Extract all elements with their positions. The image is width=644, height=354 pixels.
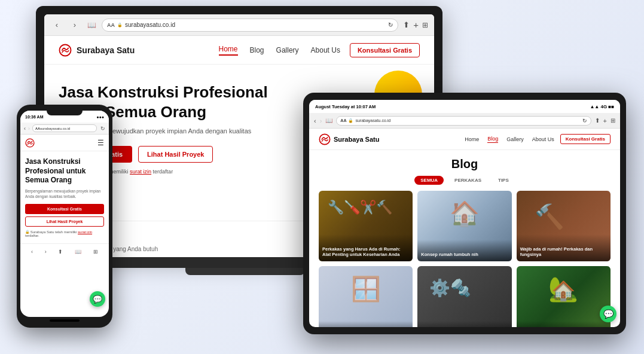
tablet-bookmarks[interactable]: 📖 <box>325 117 332 124</box>
tablet-nav-gallery[interactable]: Gallery <box>506 136 524 142</box>
tablet-nav-home[interactable]: Home <box>465 136 479 142</box>
share-icon[interactable]: ⬆ <box>403 20 410 29</box>
nav-blog[interactable]: Blog <box>250 46 264 54</box>
phone-reload[interactable]: ↻ <box>100 126 105 132</box>
lock-icon: 🔒 <box>117 23 123 28</box>
phone-bottom-bookmarks[interactable]: 📖 <box>75 249 81 255</box>
phone-hero-title: Jasa Konstruksi Profesional untuk Semua … <box>25 157 104 185</box>
blog-card-1[interactable]: Perkakas yang Harus Ada di Rumah: Alat P… <box>319 191 413 261</box>
phone-outline-btn[interactable]: Lihat Hasil Proyek <box>25 216 104 227</box>
tabs-icon[interactable]: ⊞ <box>422 21 428 29</box>
filter-semua[interactable]: SEMUA <box>414 176 444 185</box>
logo-icon <box>59 44 72 57</box>
phone-bottom-tabs[interactable]: ⊞ <box>93 249 98 255</box>
tablet-tabs[interactable]: ⊞ <box>611 117 615 124</box>
aa-label: AA <box>107 22 115 28</box>
tablet-screen: August Tuesday at 10:07 AM ▲▲ 4G ■■ ‹ › … <box>309 100 620 327</box>
tablet-logo: Surabaya Satu <box>319 133 379 145</box>
site-logo-text: Surabaya Satu <box>77 45 135 55</box>
phone-bottom-forward[interactable]: › <box>45 249 47 255</box>
add-tab-icon[interactable]: + <box>413 20 419 30</box>
tablet-nav-about[interactable]: About Us <box>532 136 554 142</box>
blog-card-overlay-4 <box>319 321 413 327</box>
blog-card-title-1: Perkakas yang Harus Ada di Rumah: Alat P… <box>322 246 409 258</box>
tablet-cta-btn[interactable]: Konsultasi Gratis <box>560 134 611 144</box>
tablet-url-bar[interactable]: AA 🔒 surabayasatu.co.id ↻ <box>336 116 591 126</box>
phone-bottom-share[interactable]: ⬆ <box>58 249 63 255</box>
phone-bezel: 10:36 AM ●●● ‹ › AA surabayasatu.co.id ↻ <box>17 105 112 328</box>
blog-card-overlay-5 <box>417 321 511 327</box>
url-text: surabayasatu.co.id <box>125 22 175 28</box>
svg-point-1 <box>26 139 34 147</box>
blog-card-overlay-1: Perkakas yang Harus Ada di Rumah: Alat P… <box>319 234 413 262</box>
blog-grid: Perkakas yang Harus Ada di Rumah: Alat P… <box>319 191 611 327</box>
nav-about[interactable]: About Us <box>311 46 340 54</box>
phone-url-text: surabayasatu.co.id <box>40 127 70 130</box>
svg-point-2 <box>319 134 329 144</box>
tablet-reload[interactable]: ↻ <box>582 118 587 124</box>
site-menu: Home Blog Gallery About Us <box>219 45 340 56</box>
laptop-browser-toolbar: ‹ › 📖 AA 🔒 surabayasatu.co.id ↻ ⬆ + ⊞ <box>44 14 434 36</box>
nav-gallery[interactable]: Gallery <box>276 46 299 54</box>
filter-tips[interactable]: TIPS <box>492 176 515 185</box>
phone-forward[interactable]: › <box>28 126 30 132</box>
phone-browser-bar: ‹ › AA surabayasatu.co.id ↻ <box>20 123 109 135</box>
tablet-signal: ▲▲ 4G ■■ <box>590 104 614 109</box>
phone-home-indicator[interactable] <box>50 319 80 322</box>
blog-card-4[interactable] <box>319 266 413 327</box>
phone-hamburger-icon[interactable]: ☰ <box>97 139 104 147</box>
toolbar-icons: ⬆ + ⊞ <box>403 20 428 30</box>
phone-aa: AA <box>35 127 40 130</box>
hero-outline-btn[interactable]: Lihat Hasil Proyek <box>138 146 213 163</box>
tablet-site-nav: Surabaya Satu Home Blog Gallery About Us… <box>309 129 620 150</box>
phone-whatsapp-btn[interactable]: 💬 <box>90 291 105 307</box>
phone-notice: 🔒 Surabaya Satu telah memiliki surat izi… <box>25 230 104 237</box>
bookmarks-icon[interactable]: 📖 <box>86 21 97 29</box>
phone-bottom-back[interactable]: ‹ <box>31 249 33 255</box>
forward-button[interactable]: › <box>68 19 81 32</box>
cta-button[interactable]: Konsultasi Gratis <box>350 43 420 57</box>
filter-perkakas[interactable]: PERKAKAS <box>448 176 487 185</box>
phone-back[interactable]: ‹ <box>24 126 26 132</box>
svg-point-0 <box>59 44 71 56</box>
tablet-blog-content: Blog SEMUA PERKAKAS TIPS Perkakas yang H… <box>309 150 620 327</box>
blog-card-overlay-6 <box>517 321 611 327</box>
reload-icon[interactable]: ↻ <box>388 22 393 28</box>
phone-logo-icon <box>25 138 35 148</box>
url-bar[interactable]: AA 🔒 surabayasatu.co.id ↻ <box>102 19 398 32</box>
tablet-forward[interactable]: › <box>320 117 322 124</box>
tablet-whatsapp-btn[interactable]: 💬 <box>600 306 616 322</box>
tablet-back[interactable]: ‹ <box>314 117 316 124</box>
phone-cta-btn[interactable]: Konsultasi Gratis <box>25 204 104 214</box>
blog-card-title-3: Wajib ada di rumah! Perkakas dan fungsin… <box>520 246 607 258</box>
phone-site-nav: ☰ <box>20 135 109 151</box>
blog-filter: SEMUA PERKAKAS TIPS <box>319 176 611 185</box>
blog-title: Blog <box>319 157 611 171</box>
tablet-share[interactable]: ⬆ <box>595 117 600 124</box>
tablet-menu: Home Blog Gallery About Us <box>465 136 554 143</box>
tablet-browser-bar: ‹ › 📖 AA 🔒 surabayasatu.co.id ↻ ⬆ + ⊞ <box>309 113 620 129</box>
phone-screen: 10:36 AM ●●● ‹ › AA surabayasatu.co.id ↻ <box>20 111 109 317</box>
tablet-add-tab[interactable]: + <box>603 117 607 124</box>
phone-notice-link[interactable]: surat izin <box>78 230 92 234</box>
tablet-device: August Tuesday at 10:07 AM ▲▲ 4G ■■ ‹ › … <box>303 93 626 334</box>
tablet-aa: AA <box>340 118 346 123</box>
tablet-bezel: August Tuesday at 10:07 AM ▲▲ 4G ■■ ‹ › … <box>303 93 626 334</box>
phone-device: 10:36 AM ●●● ‹ › AA surabayasatu.co.id ↻ <box>17 105 112 328</box>
blog-card-5[interactable] <box>417 266 511 327</box>
phone-bottom-bar: ‹ › ⬆ 📖 ⊞ <box>20 243 109 260</box>
phone-time: 10:36 AM <box>25 115 43 119</box>
blog-card-2[interactable]: Konsep rumah tumbuh nih <box>417 191 511 261</box>
notice-link[interactable]: surat izin <box>130 169 151 175</box>
tablet-nav-blog[interactable]: Blog <box>487 136 498 143</box>
blog-card-6[interactable] <box>517 266 611 327</box>
site-navigation: Surabaya Satu Home Blog Gallery About Us… <box>44 36 434 65</box>
tablet-url-text: surabayasatu.co.id <box>355 118 390 123</box>
site-logo: Surabaya Satu <box>59 44 135 57</box>
tablet-lock-icon: 🔒 <box>348 118 353 123</box>
blog-card-3[interactable]: Wajib ada di rumah! Perkakas dan fungsin… <box>517 191 611 261</box>
phone-url-bar[interactable]: AA surabayasatu.co.id <box>32 124 97 132</box>
blog-card-overlay-2: Konsep rumah tumbuh nih <box>417 240 511 261</box>
back-button[interactable]: ‹ <box>50 19 63 32</box>
nav-home[interactable]: Home <box>219 45 238 56</box>
